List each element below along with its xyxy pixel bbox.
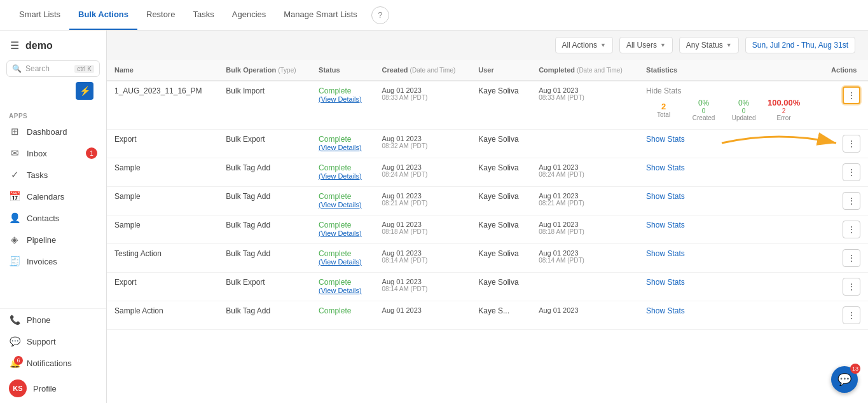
cell-operation: Bulk Tag Add [218, 158, 311, 187]
sidebar: ☰ demo 🔍 Search ctrl K ⚡ Apps ⊞ Dashboar… [0, 31, 107, 403]
cell-operation: Bulk Export [218, 273, 311, 301]
cell-actions: ⋮ [823, 158, 868, 187]
chat-icon: 💬 [837, 372, 851, 386]
any-status-filter[interactable]: Any Status ▼ [679, 37, 739, 53]
help-button[interactable]: ? [371, 6, 389, 24]
search-bar[interactable]: 🔍 Search ctrl K [6, 60, 100, 77]
cell-created: Aug 01 2023 08:18 AM (PDT) [375, 215, 471, 244]
sidebar-bottom: 📞 Phone 💬 Support 🔔 Notifications 6 KS P… [0, 308, 106, 403]
col-status: Status [311, 60, 375, 81]
search-placeholder: Search [25, 64, 71, 73]
cell-user: Kaye S... [471, 301, 531, 330]
show-stats-link[interactable]: Show Stats [646, 221, 685, 229]
row-actions-button[interactable]: ⋮ [843, 163, 860, 181]
cell-user: Kaye Soliva [471, 244, 531, 273]
cell-status: Complete (View Details) [311, 244, 375, 273]
table-row: Testing ActionBulk Tag Add Complete (Vie… [107, 244, 868, 273]
lightning-button[interactable]: ⚡ [76, 82, 93, 100]
filter-bar: All Actions ▼ All Users ▼ Any Status ▼ S… [107, 31, 868, 60]
tab-manage-smart-lists[interactable]: Manage Smart Lists [275, 0, 366, 30]
sidebar-item-notifications[interactable]: 🔔 Notifications 6 [0, 352, 106, 374]
show-stats-link[interactable]: Show Stats [646, 249, 685, 258]
cell-actions: ⋮ [823, 130, 868, 158]
row-actions-button[interactable]: ⋮ [843, 192, 860, 210]
table-row: SampleBulk Tag Add Complete (View Detail… [107, 187, 868, 215]
hide-stats-link[interactable]: Hide Stats [646, 86, 681, 95]
cell-name: Sample Action [107, 301, 218, 330]
cell-created: Aug 01 2023 08:14 AM (PDT) [375, 273, 471, 301]
content-area: All Actions ▼ All Users ▼ Any Status ▼ S… [107, 31, 868, 403]
sidebar-item-tasks[interactable]: ✓ Tasks [0, 164, 106, 186]
row-actions-button[interactable]: ⋮ [843, 306, 860, 324]
inbox-badge: 1 [86, 147, 97, 159]
sidebar-item-label: Phone [27, 315, 51, 325]
cell-created: Aug 01 2023 08:33 AM (PDT) [375, 81, 471, 130]
cell-completed: Aug 01 2023 08:14 AM (PDT) [531, 244, 638, 273]
date-range-filter[interactable]: Sun, Jul 2nd - Thu, Aug 31st [745, 37, 855, 53]
cell-status: Complete (View Details) [311, 130, 375, 158]
table-header-row: Name Bulk Operation (Type) Status Create… [107, 60, 868, 81]
tab-smart-lists[interactable]: Smart Lists [10, 0, 69, 30]
hamburger-icon[interactable]: ☰ [10, 39, 19, 51]
cell-created: Aug 01 2023 08:32 AM (PDT) [375, 130, 471, 158]
sidebar-item-invoices[interactable]: 🧾 Invoices [0, 250, 106, 272]
sidebar-item-support[interactable]: 💬 Support [0, 331, 106, 352]
row-actions-button[interactable]: ⋮ [843, 249, 860, 267]
cell-name: Testing Action [107, 244, 218, 273]
cell-actions: ⋮ [823, 273, 868, 301]
search-icon: 🔍 [12, 64, 22, 73]
inbox-icon: ✉ [9, 147, 20, 159]
row-actions-button[interactable]: ⋮ [843, 135, 860, 153]
sidebar-item-label: Pipeline [27, 235, 56, 245]
col-name: Name [107, 60, 218, 81]
sidebar-item-profile[interactable]: KS Profile [0, 374, 106, 403]
cell-completed: Aug 01 2023 08:33 AM (PDT) [531, 81, 638, 130]
chat-bubble[interactable]: 💬 13 [831, 366, 858, 393]
tab-restore[interactable]: Restore [137, 0, 184, 30]
row-actions-button[interactable]: ⋮ [843, 86, 860, 104]
apps-label: Apps [0, 110, 106, 121]
cell-statistics: Hide Stats 2 Total 0% 0 Created 0% 0 Upd… [638, 81, 823, 130]
caret-icon: ▼ [600, 42, 606, 48]
table-row: ExportBulk Export Complete (View Details… [107, 130, 868, 158]
all-actions-filter[interactable]: All Actions ▼ [555, 37, 613, 53]
cell-user: Kaye Soliva [471, 158, 531, 187]
sidebar-item-calendars[interactable]: 📅 Calendars [0, 186, 106, 207]
top-bar: Smart Lists Bulk Actions Restore Tasks A… [0, 0, 868, 31]
cell-status: Complete (View Details) [311, 81, 375, 130]
cell-name: Sample [107, 215, 218, 244]
show-stats-link[interactable]: Show Stats [646, 306, 685, 315]
sidebar-item-label: Support [27, 337, 56, 346]
sidebar-item-label: Tasks [27, 170, 48, 180]
show-stats-link[interactable]: Show Stats [646, 192, 685, 201]
tab-agencies[interactable]: Agencies [223, 0, 275, 30]
show-stats-link[interactable]: Show Stats [646, 135, 685, 144]
avatar: KS [9, 379, 27, 397]
nav-tabs: Smart Lists Bulk Actions Restore Tasks A… [10, 0, 366, 30]
cell-actions: ⋮ [823, 81, 868, 130]
sidebar-item-label: Notifications [27, 359, 72, 368]
sidebar-item-phone[interactable]: 📞 Phone [0, 309, 106, 331]
sidebar-item-contacts[interactable]: 👤 Contacts [0, 207, 106, 229]
cell-user: Kaye Soliva [471, 273, 531, 301]
row-actions-button[interactable]: ⋮ [843, 221, 860, 238]
table-row: ExportBulk Export Complete (View Details… [107, 273, 868, 301]
phone-icon: 📞 [9, 315, 20, 325]
all-users-filter[interactable]: All Users ▼ [619, 37, 673, 53]
sidebar-item-inbox[interactable]: ✉ Inbox 1 [0, 142, 106, 164]
tab-bulk-actions[interactable]: Bulk Actions [69, 0, 137, 30]
contacts-icon: 👤 [9, 212, 20, 224]
show-stats-link[interactable]: Show Stats [646, 278, 685, 287]
invoices-icon: 🧾 [9, 256, 20, 267]
sidebar-item-pipeline[interactable]: ◈ Pipeline [0, 229, 106, 250]
cell-statistics: Show Stats [638, 187, 823, 215]
tab-tasks[interactable]: Tasks [184, 0, 223, 30]
sidebar-item-dashboard[interactable]: ⊞ Dashboard [0, 121, 106, 142]
show-stats-link[interactable]: Show Stats [646, 163, 685, 172]
cell-statistics: Show Stats [638, 130, 823, 158]
cell-status: Complete (View Details) [311, 273, 375, 301]
table-row: SampleBulk Tag Add Complete (View Detail… [107, 215, 868, 244]
col-completed: Completed (Date and Time) [531, 60, 638, 81]
row-actions-button[interactable]: ⋮ [843, 278, 860, 296]
sidebar-item-label: Calendars [27, 192, 64, 202]
